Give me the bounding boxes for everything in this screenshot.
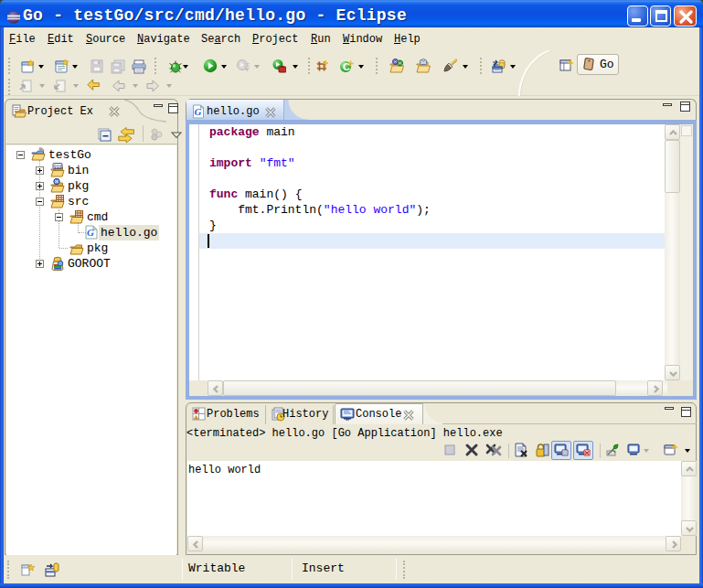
svg-text:G: G — [195, 106, 202, 117]
svg-text:G: G — [87, 227, 94, 238]
svg-text:010: 010 — [54, 165, 62, 170]
